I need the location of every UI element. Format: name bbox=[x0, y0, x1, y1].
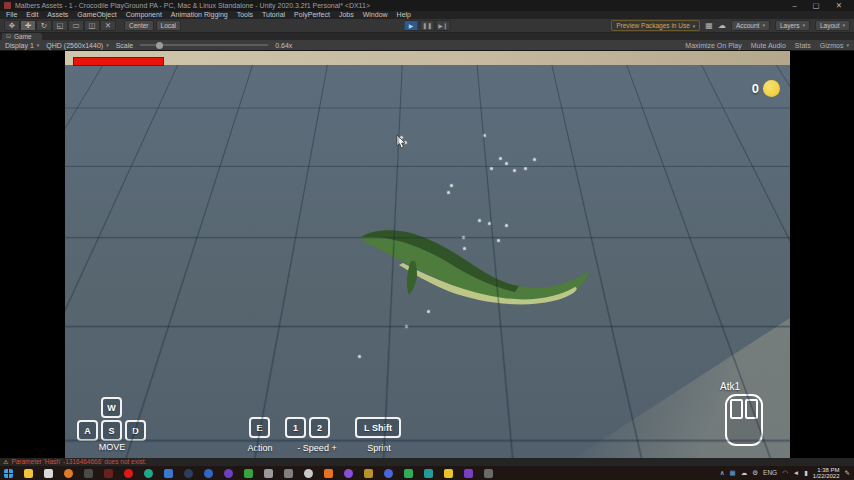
taskbar-app-icon[interactable] bbox=[144, 469, 153, 478]
tray-app-icon[interactable]: ▦ bbox=[730, 466, 736, 480]
windows-taskbar: ∧ ▦ ☁ ⚙ ENG ◠ ◄ ▮ 1:38 PM 1/22/2022 ✎ bbox=[0, 466, 854, 480]
taskbar-app-icon[interactable] bbox=[124, 469, 133, 478]
minimize-button[interactable]: – bbox=[792, 0, 796, 11]
display-dropdown[interactable]: Display 1 ▾ bbox=[5, 42, 39, 49]
account-dropdown[interactable]: Account ▾ bbox=[731, 20, 770, 31]
key-w: W bbox=[101, 397, 122, 418]
menu-file[interactable]: File bbox=[6, 11, 17, 19]
attack-hint: Atk1 bbox=[711, 381, 773, 458]
menu-animation-rigging[interactable]: Animation Rigging bbox=[171, 11, 228, 19]
layout-dropdown[interactable]: Layout ▾ bbox=[815, 20, 850, 31]
maximize-on-play-toggle[interactable]: Maximize On Play bbox=[685, 42, 741, 49]
taskbar-app-icon[interactable] bbox=[44, 469, 53, 478]
taskbar-clock[interactable]: 1:38 PM 1/22/2022 bbox=[813, 467, 840, 480]
action-key-hint: E Action bbox=[239, 417, 281, 458]
taskbar-app-icon[interactable] bbox=[344, 469, 353, 478]
status-bar[interactable]: ⚠ Parameter 'Hash' -1316464666' does not… bbox=[0, 458, 854, 466]
game-viewport[interactable]: 0 W A S D MOVE E Action 1 2 - Speed + L bbox=[0, 51, 854, 458]
taskbar-app-icon[interactable] bbox=[404, 469, 413, 478]
taskbar-app-icon[interactable] bbox=[64, 469, 73, 478]
settings-tray-icon[interactable]: ⚙ bbox=[752, 466, 758, 480]
console-status-message[interactable]: Parameter 'Hash' -1316464666' does not e… bbox=[11, 458, 146, 466]
menu-polyperfect[interactable]: PolyPerfect bbox=[294, 11, 330, 19]
taskbar-app-icon[interactable] bbox=[384, 469, 393, 478]
onedrive-icon[interactable]: ☁ bbox=[741, 466, 748, 480]
tab-game[interactable]: ⊡ Game bbox=[2, 33, 42, 40]
panel-tab-bar: ⊡ Game bbox=[0, 33, 854, 40]
preview-packages-button[interactable]: Preview Packages in Use ▾ bbox=[611, 20, 700, 31]
taskbar-app-icon[interactable] bbox=[364, 469, 373, 478]
stats-toggle[interactable]: Stats bbox=[795, 42, 811, 49]
visual-studio-icon[interactable] bbox=[464, 469, 473, 478]
hidden-icons-chevron[interactable]: ∧ bbox=[720, 466, 725, 480]
view-tool-icon[interactable]: ✥ bbox=[4, 20, 20, 31]
mouse-left-button-icon bbox=[730, 399, 743, 419]
battery-icon[interactable]: ▮ bbox=[804, 466, 808, 480]
scale-tool-icon[interactable]: ◱ bbox=[52, 20, 68, 31]
cloud-icon[interactable]: ☁ bbox=[718, 20, 726, 31]
custom-tool-icon[interactable]: ✕ bbox=[100, 20, 116, 31]
attack-label: Atk1 bbox=[715, 381, 745, 392]
volume-icon[interactable]: ◄ bbox=[793, 466, 799, 480]
transform-tool-icon[interactable]: ◫ bbox=[84, 20, 100, 31]
taskbar-app-icon[interactable] bbox=[184, 469, 193, 478]
grid-icon[interactable]: ▦ bbox=[705, 20, 713, 31]
taskbar-app-icon[interactable] bbox=[104, 469, 113, 478]
taskbar-apps bbox=[4, 469, 493, 478]
taskbar-app-icon[interactable] bbox=[224, 469, 233, 478]
taskbar-app-icon[interactable] bbox=[424, 469, 433, 478]
rect-tool-icon[interactable]: ▭ bbox=[68, 20, 84, 31]
pause-button[interactable]: ❚❚ bbox=[420, 20, 435, 31]
taskbar-app-icon[interactable] bbox=[84, 469, 93, 478]
taskbar-app-icon[interactable] bbox=[264, 469, 273, 478]
resolution-dropdown[interactable]: QHD (2560x1440) ▾ bbox=[46, 42, 108, 49]
menu-jobs[interactable]: Jobs bbox=[339, 11, 354, 19]
maximize-button[interactable]: ▢ bbox=[813, 0, 820, 11]
language-indicator[interactable]: ENG bbox=[763, 466, 777, 480]
scale-slider[interactable] bbox=[140, 44, 268, 46]
pen-notification-icon[interactable]: ✎ bbox=[845, 466, 850, 480]
coin-count: 0 bbox=[752, 81, 759, 96]
menu-window[interactable]: Window bbox=[363, 11, 388, 19]
wifi-icon[interactable]: ◠ bbox=[782, 466, 788, 480]
menu-assets[interactable]: Assets bbox=[47, 11, 68, 19]
start-icon[interactable] bbox=[4, 469, 13, 478]
move-tool-icon[interactable]: ✛ bbox=[20, 20, 36, 31]
menu-tutorial[interactable]: Tutorial bbox=[262, 11, 285, 19]
taskbar-app-icon[interactable] bbox=[204, 469, 213, 478]
unity-window-icon bbox=[4, 2, 11, 9]
menu-gameobject[interactable]: GameObject bbox=[77, 11, 116, 19]
taskbar-app-icon[interactable] bbox=[304, 469, 313, 478]
scale-slider-knob[interactable] bbox=[156, 42, 163, 49]
chevron-down-icon: ▾ bbox=[762, 20, 765, 31]
menu-bar: FileEditAssetsGameObjectComponentAnimati… bbox=[0, 11, 854, 19]
step-button[interactable]: ▶❙ bbox=[436, 20, 451, 31]
coin-counter: 0 bbox=[752, 80, 780, 97]
menu-component[interactable]: Component bbox=[126, 11, 162, 19]
system-tray: ∧ ▦ ☁ ⚙ ENG ◠ ◄ ▮ 1:38 PM 1/22/2022 ✎ bbox=[720, 466, 850, 480]
move-label: MOVE bbox=[77, 442, 147, 452]
layers-dropdown[interactable]: Layers ▾ bbox=[775, 20, 810, 31]
mute-audio-toggle[interactable]: Mute Audio bbox=[751, 42, 786, 49]
rotate-tool-icon[interactable]: ↻ bbox=[36, 20, 52, 31]
gizmos-dropdown[interactable]: Gizmos ▾ bbox=[820, 42, 849, 49]
taskbar-app-icon[interactable] bbox=[324, 469, 333, 478]
taskbar-app-icon[interactable] bbox=[164, 469, 173, 478]
play-button[interactable]: ▶ bbox=[404, 20, 419, 31]
close-button[interactable]: ✕ bbox=[836, 0, 842, 11]
space-toggle-button[interactable]: Local bbox=[156, 20, 182, 31]
taskbar-app-icon[interactable] bbox=[244, 469, 253, 478]
gizmos-label: Gizmos bbox=[820, 42, 844, 49]
action-label: Action bbox=[239, 443, 281, 453]
taskbar-app-icon[interactable] bbox=[484, 469, 493, 478]
menu-help[interactable]: Help bbox=[397, 11, 411, 19]
menu-edit[interactable]: Edit bbox=[26, 11, 38, 19]
game-render-area[interactable]: 0 W A S D MOVE E Action 1 2 - Speed + L bbox=[65, 51, 790, 458]
pivot-toggle-button[interactable]: Center bbox=[124, 20, 154, 31]
taskbar-app-icon[interactable] bbox=[284, 469, 293, 478]
menu-tools[interactable]: Tools bbox=[237, 11, 253, 19]
taskbar-app-icon[interactable] bbox=[444, 469, 453, 478]
explorer-icon[interactable] bbox=[24, 469, 33, 478]
chevron-down-icon: ▾ bbox=[37, 42, 40, 48]
sprint-label: Sprint bbox=[353, 443, 405, 453]
